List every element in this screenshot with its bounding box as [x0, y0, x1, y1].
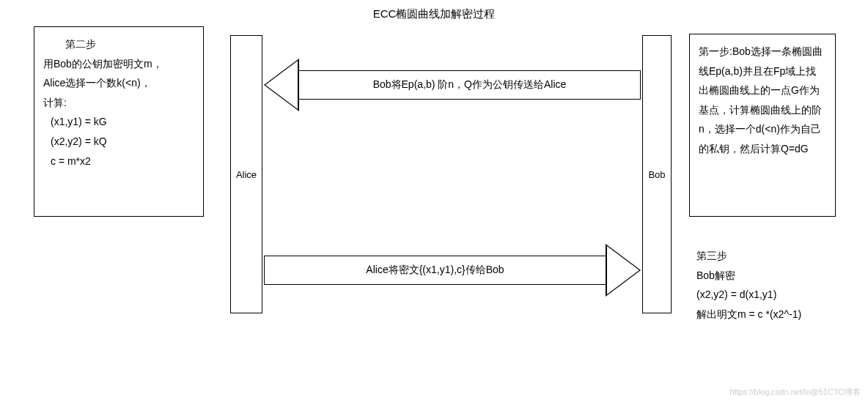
step2-formula3: c = m*x2: [43, 152, 194, 171]
arrow-alice-to-bob: Alice将密文{(x1,y1),c}传给Bob: [264, 244, 641, 297]
step3-heading: 第三步: [696, 246, 801, 266]
arrow-left-head-icon: [264, 59, 299, 111]
step3-line1: Bob解密: [696, 266, 801, 286]
alice-label: Alice: [236, 169, 257, 180]
step2-formula1: (x1,y1) = kG: [43, 112, 194, 132]
step3-block: 第三步 Bob解密 (x2,y2) = d(x1,y1) 解出明文m = c *…: [696, 246, 801, 324]
step2-line3: 计算:: [43, 93, 194, 113]
step1-box: 第一步:Bob选择一条椭圆曲线Ep(a,b)并且在Fp域上找出椭圆曲线上的一点G…: [689, 34, 836, 217]
step2-line1: 用Bob的公钥加密明文m，: [43, 54, 194, 74]
step3-line2: (x2,y2) = d(x1,y1): [696, 285, 801, 305]
step2-line2: Alice选择一个数k(<n)，: [43, 73, 194, 93]
step3-line3: 解出明文m = c *(x2^-1): [696, 305, 801, 324]
bob-box: Bob: [642, 35, 672, 313]
step1-text: 第一步:Bob选择一条椭圆曲线Ep(a,b)并且在Fp域上找出椭圆曲线上的一点G…: [699, 42, 826, 159]
bob-label: Bob: [648, 169, 665, 180]
diagram-title: ECC椭圆曲线加解密过程: [0, 7, 868, 21]
step2-heading: 第二步: [43, 34, 194, 54]
step2-formula2: (x2,y2) = kQ: [43, 132, 194, 152]
arrow-bottom-label: Alice将密文{(x1,y1),c}传给Bob: [264, 256, 606, 285]
step2-box: 第二步 用Bob的公钥加密明文m， Alice选择一个数k(<n)， 计算: (…: [34, 26, 204, 217]
arrow-bob-to-alice: Bob将Ep(a,b) 阶n，Q作为公钥传送给Alice: [264, 59, 641, 111]
watermark: https://blog.csdn.net/lo@51CTO博客: [730, 387, 861, 398]
alice-box: Alice: [230, 35, 262, 313]
arrow-top-label: Bob将Ep(a,b) 阶n，Q作为公钥传送给Alice: [299, 70, 641, 100]
arrow-right-head-icon: [606, 244, 641, 297]
